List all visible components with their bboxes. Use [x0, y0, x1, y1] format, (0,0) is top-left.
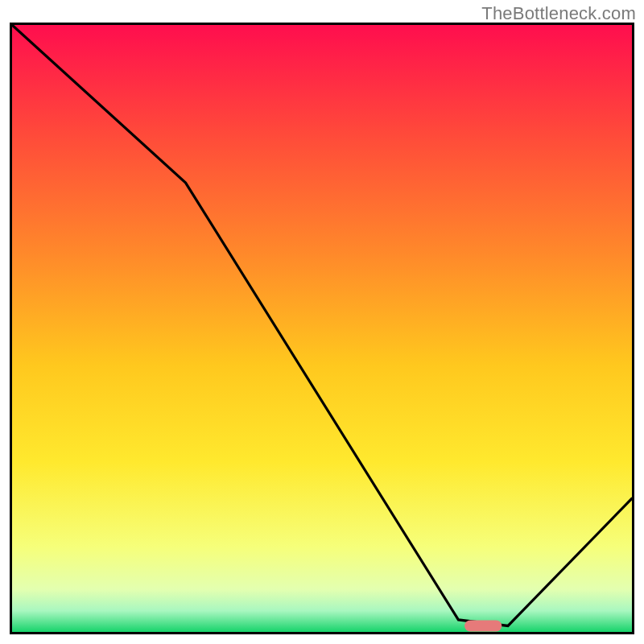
- watermark-text: TheBottleneck.com: [481, 3, 636, 24]
- minimum-marker: [464, 620, 502, 631]
- chart-container: TheBottleneck.com: [0, 0, 644, 644]
- plot-area: [10, 23, 634, 634]
- chart-svg: [12, 25, 632, 632]
- gradient-background: [12, 25, 632, 632]
